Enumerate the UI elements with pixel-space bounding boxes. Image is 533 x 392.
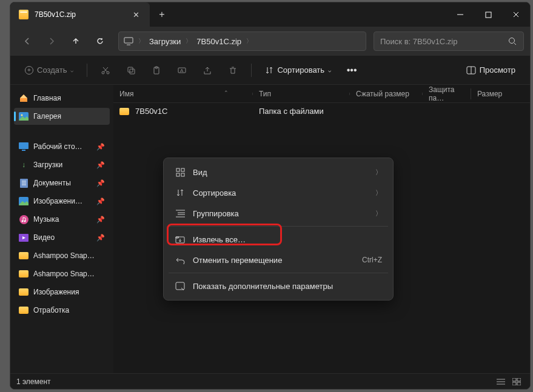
svg-point-29 bbox=[19, 215, 28, 224]
breadcrumb-part[interactable]: Загрузки bbox=[149, 37, 181, 46]
window-controls bbox=[446, 2, 530, 27]
column-type[interactable]: Тип bbox=[253, 90, 350, 98]
sidebar-item-music[interactable]: Музыка 📌 bbox=[14, 211, 110, 228]
shortcut: Ctrl+Z bbox=[362, 256, 382, 264]
sidebar-item-folder[interactable]: Ashampoo Snap… bbox=[14, 247, 110, 264]
folder-icon bbox=[19, 269, 28, 279]
new-tab-button[interactable]: + bbox=[150, 2, 174, 27]
sidebar-item-desktop[interactable]: Рабочий сто… 📌 bbox=[14, 138, 110, 155]
svg-point-30 bbox=[21, 220, 23, 222]
pin-icon: 📌 bbox=[96, 161, 105, 169]
svg-rect-12 bbox=[128, 67, 133, 72]
plus-icon: + bbox=[25, 66, 33, 75]
chevron-down-icon: ⌵ bbox=[328, 67, 331, 73]
svg-rect-22 bbox=[19, 142, 28, 149]
svg-line-7 bbox=[514, 43, 516, 45]
svg-point-31 bbox=[24, 220, 25, 222]
more-button[interactable]: ••• bbox=[341, 59, 363, 81]
pin-icon: 📌 bbox=[96, 143, 105, 151]
svg-rect-49 bbox=[176, 282, 184, 290]
svg-rect-36 bbox=[512, 378, 516, 381]
file-row[interactable]: 7B50v1C Папка с файлами bbox=[113, 103, 530, 119]
back-button[interactable] bbox=[16, 30, 38, 52]
sort-button[interactable]: Сортировать ⌵ bbox=[259, 62, 337, 78]
view-button[interactable]: Просмотр bbox=[460, 62, 521, 78]
column-size[interactable]: Размер bbox=[471, 90, 530, 98]
sidebar-item-home[interactable]: Главная bbox=[14, 90, 110, 107]
copy-button[interactable] bbox=[120, 59, 142, 81]
column-compressed[interactable]: Сжатый размер bbox=[350, 90, 423, 98]
zip-icon bbox=[19, 10, 28, 19]
tab-close-icon[interactable]: ✕ bbox=[130, 10, 141, 19]
up-button[interactable] bbox=[65, 30, 87, 52]
svg-rect-42 bbox=[176, 173, 179, 176]
sort-icon bbox=[265, 66, 273, 75]
ctx-undo[interactable]: Отменить перемещение Ctrl+Z bbox=[167, 250, 389, 270]
create-button[interactable]: + Создать ⌵ bbox=[19, 62, 79, 78]
minimize-button[interactable] bbox=[446, 2, 474, 27]
folder-icon bbox=[19, 305, 28, 315]
svg-point-21 bbox=[21, 115, 23, 116]
status-count: 1 элемент bbox=[16, 377, 51, 386]
gallery-icon bbox=[19, 111, 28, 121]
cut-button[interactable] bbox=[95, 59, 116, 81]
action-toolbar: + Создать ⌵ A Сортировать ⌵ ••• Просмотр bbox=[10, 56, 530, 85]
sidebar-item-pictures[interactable]: Изображени… 📌 bbox=[14, 193, 110, 210]
details-view-button[interactable] bbox=[494, 376, 508, 388]
rename-button[interactable]: A bbox=[171, 59, 193, 81]
svg-rect-4 bbox=[124, 38, 133, 43]
chevron-right-icon: 〉 bbox=[375, 188, 382, 198]
sidebar: Главная Галерея Рабочий сто… 📌 ↓ Загрузк… bbox=[10, 85, 113, 373]
ctx-view[interactable]: Вид 〉 bbox=[167, 162, 389, 182]
chevron-right-icon: 〉 bbox=[138, 37, 144, 45]
search-placeholder: Поиск в: 7B50v1C.zip bbox=[380, 37, 508, 46]
sidebar-item-folder[interactable]: Ashampoo Snap… bbox=[14, 265, 110, 282]
forward-button[interactable] bbox=[41, 30, 62, 52]
svg-rect-13 bbox=[130, 69, 135, 74]
folder-icon bbox=[119, 108, 129, 115]
chevron-right-icon: 〉 bbox=[375, 209, 382, 218]
ctx-sort[interactable]: Сортировка 〉 bbox=[167, 182, 389, 203]
ctx-group[interactable]: Группировка 〉 bbox=[167, 203, 389, 224]
column-headers: Имя ⌃ Тип Сжатый размер Защита па… Разме… bbox=[113, 85, 530, 103]
download-icon: ↓ bbox=[19, 160, 28, 170]
separator bbox=[169, 226, 388, 227]
view-label: Просмотр bbox=[480, 65, 515, 75]
chevron-right-icon: 〉 bbox=[246, 37, 252, 45]
statusbar: 1 элемент bbox=[10, 373, 530, 389]
svg-point-6 bbox=[509, 38, 515, 43]
maximize-button[interactable] bbox=[474, 2, 502, 27]
undo-icon bbox=[175, 254, 186, 265]
share-button[interactable] bbox=[196, 59, 218, 81]
delete-button[interactable] bbox=[222, 59, 244, 81]
pin-icon: 📌 bbox=[96, 234, 105, 242]
ctx-extract-all[interactable]: Извлечь все… bbox=[167, 229, 389, 250]
refresh-button[interactable] bbox=[89, 30, 111, 52]
video-icon bbox=[19, 233, 28, 242]
close-button[interactable] bbox=[502, 2, 530, 27]
breadcrumb-part[interactable]: 7B50v1C.zip bbox=[196, 37, 241, 46]
paste-button[interactable] bbox=[146, 59, 167, 81]
svg-rect-39 bbox=[517, 382, 521, 385]
separator bbox=[169, 273, 388, 273]
column-protected[interactable]: Защита па… bbox=[423, 85, 471, 102]
column-name[interactable]: Имя ⌃ bbox=[113, 90, 253, 98]
breadcrumb[interactable]: 〉 Загрузки 〉 7B50v1C.zip 〉 bbox=[118, 32, 366, 51]
sidebar-item-folder[interactable]: Отработка bbox=[14, 302, 110, 319]
sidebar-item-downloads[interactable]: ↓ Загрузки 📌 bbox=[14, 156, 110, 173]
documents-icon bbox=[19, 178, 28, 188]
tab[interactable]: 7B50v1C.zip ✕ bbox=[10, 2, 150, 27]
context-menu: Вид 〉 Сортировка 〉 Группировка 〉 Извлечь… bbox=[163, 158, 394, 301]
sidebar-item-folder[interactable]: Изображения bbox=[14, 284, 110, 301]
sidebar-item-videos[interactable]: Видео 📌 bbox=[14, 229, 110, 246]
folder-icon bbox=[19, 251, 28, 261]
more-options-icon bbox=[175, 281, 186, 291]
ctx-more-options[interactable]: Показать дополнительные параметры bbox=[167, 276, 389, 296]
sidebar-item-documents[interactable]: Документы 📌 bbox=[14, 174, 110, 191]
titlebar: 7B50v1C.zip ✕ + bbox=[10, 2, 530, 27]
search-input[interactable]: Поиск в: 7B50v1C.zip bbox=[374, 32, 524, 51]
chevron-right-icon: 〉 bbox=[375, 168, 382, 177]
icons-view-button[interactable] bbox=[509, 376, 524, 388]
sidebar-item-gallery[interactable]: Галерея bbox=[14, 108, 110, 125]
folder-icon bbox=[19, 287, 28, 297]
